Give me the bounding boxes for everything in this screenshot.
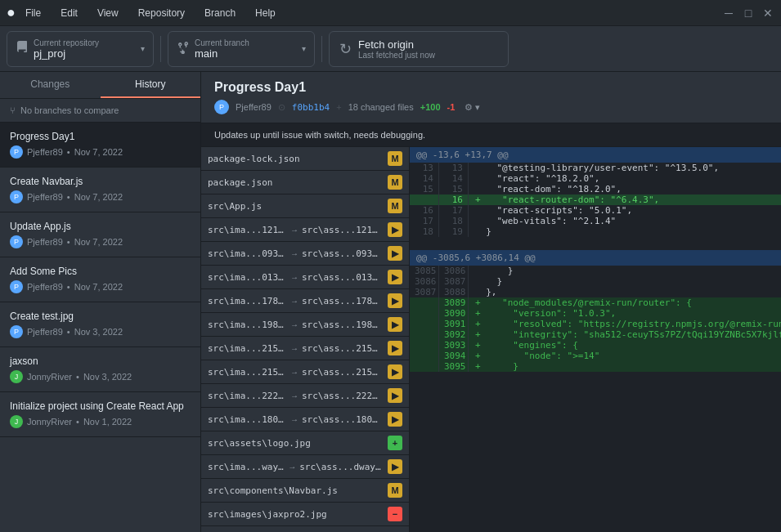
diff-new-num-12: 3091 — [439, 319, 469, 329]
file-item-2[interactable]: src\App.js M — [201, 194, 409, 218]
file-item-12[interactable]: src\assets\logo.jpg + — [201, 431, 409, 455]
file-left-9: src\ima...2157j... — [208, 367, 287, 378]
maximize-button[interactable]: □ — [742, 7, 755, 20]
diff-new-num-16: 3095 — [439, 361, 469, 372]
fetch-origin-button[interactable]: ↻ Fetch origin Last fetched just now — [329, 31, 509, 67]
diff-line-12: 3091 + "resolved": "https://registry.npm… — [410, 319, 781, 329]
commit-item-6[interactable]: Initialize project using Create React Ap… — [0, 392, 200, 437]
file-arrow-3: → — [290, 226, 298, 235]
commit-title-5: jaxson — [10, 355, 191, 367]
file-item-15[interactable]: src\images\jaxpro2.jpg − — [201, 503, 409, 526]
diff-new-num-13: 3092 — [439, 329, 469, 340]
tab-changes[interactable]: Changes — [0, 72, 101, 98]
menu-view[interactable]: View — [94, 6, 122, 20]
file-left-10: src\ima...2228j... — [208, 391, 287, 401]
diff-content-1: "react": "^18.2.0", — [469, 173, 781, 184]
menu-repository[interactable]: Repository — [135, 6, 188, 20]
diff-new-num-5: 18 — [439, 216, 469, 226]
menu-help[interactable]: Help — [252, 6, 279, 20]
diff-content-3: + "react-router-dom": "^6.4.3", — [469, 194, 781, 205]
file-item-4[interactable]: src\ima...0938j... → src\ass...0938j... … — [201, 242, 409, 266]
file-item-0[interactable]: package-lock.json M — [201, 147, 409, 171]
diff-new-num-10: 3089 — [439, 297, 469, 308]
file-badge-12: + — [388, 436, 402, 450]
diff-old-num-15 — [410, 351, 439, 361]
file-item-10[interactable]: src\ima...2228j... → src\ass...2228j... … — [201, 384, 409, 408]
branch-value: main — [195, 47, 249, 60]
commit-date-1: Nov 7, 2022 — [74, 192, 123, 202]
file-item-14[interactable]: src\components\Navbar.js M — [201, 479, 409, 503]
file-item-7[interactable]: src\ima...1981j... → src\ass...1981j... … — [201, 313, 409, 337]
file-badge-8: ▶ — [388, 341, 402, 355]
file-arrow-5: → — [290, 273, 298, 282]
file-arrow-6: → — [290, 297, 298, 306]
diff-content-8: } — [469, 276, 781, 287]
file-badge-10: ▶ — [388, 388, 402, 403]
diff-old-num-0: 13 — [410, 163, 439, 173]
file-badge-1: M — [388, 175, 402, 190]
file-name-0: package-lock.json — [208, 154, 384, 164]
file-item-9[interactable]: src\ima...2157j... → src\ass...2157j... … — [201, 360, 409, 384]
file-right-10: src\ass...2228j... — [302, 391, 381, 401]
commit-date-6: Nov 1, 2022 — [83, 417, 132, 427]
diff-old-num-7: 3085 — [410, 266, 439, 276]
menu-branch[interactable]: Branch — [201, 6, 239, 20]
file-item-13[interactable]: src\ima...way.jpg → src\ass...dway.jpg ▶ — [201, 455, 409, 479]
file-item-5[interactable]: src\ima...0138j... → src\ass...0138j... … — [201, 266, 409, 289]
diff-line-13: 3092 + "integrity": "sha512-ceuyTSs7PZ/t… — [410, 329, 781, 340]
close-button[interactable]: ✕ — [761, 7, 774, 20]
file-badge-14: M — [388, 483, 402, 498]
diff-new-num-7: 3086 — [439, 266, 469, 276]
commit-title-6: Initialize project using Create React Ap… — [10, 400, 191, 412]
branch-selector[interactable]: Current branch main ▾ — [168, 31, 315, 67]
file-left-7: src\ima...1981j... — [208, 320, 287, 330]
branch-icon — [177, 41, 190, 56]
fetch-subtitle: Last fetched just now — [358, 51, 435, 60]
repo-label: Current repository — [34, 38, 99, 47]
commit-item-5[interactable]: jaxson J JonnyRiver • Nov 3, 2022 — [0, 347, 200, 392]
menu-edit[interactable]: Edit — [57, 6, 81, 20]
commit-item-4[interactable]: Create test.jpg P Pjeffer89 • Nov 3, 202… — [0, 302, 200, 347]
file-item-3[interactable]: src\ima...1214j... → src\ass...1214j... … — [201, 218, 409, 242]
diff-content-2: "react-dom": "^18.2.0", — [469, 184, 781, 194]
diff-content-14: + "engines": { — [469, 340, 781, 351]
commit-item-2[interactable]: Update App.js P Pjeffer89 • Nov 7, 2022 — [0, 212, 200, 257]
menu-file[interactable]: File — [22, 6, 44, 20]
file-badge-0: M — [388, 151, 402, 166]
diff-old-num-3 — [410, 194, 439, 205]
commit-detail-hash[interactable]: f0bb1b4 — [292, 102, 330, 113]
file-item-6[interactable]: src\ima...1780j... → src\ass...1780j... … — [201, 289, 409, 313]
diff-line-2: 15 15 "react-dom": "^18.2.0", — [410, 184, 781, 194]
diff-new-num-2: 15 — [439, 184, 469, 194]
branch-chevron-icon: ▾ — [302, 44, 306, 53]
commit-item-1[interactable]: Create Navbar.js P Pjeffer89 • Nov 7, 20… — [0, 168, 200, 212]
diff-line-6: 18 19 } — [410, 226, 781, 237]
repo-selector[interactable]: Current repository pj_proj ▾ — [7, 31, 154, 67]
commit-title-1: Create Navbar.js — [10, 176, 191, 187]
commit-header-title: Progress Day1 — [214, 80, 768, 95]
diff-content-5: "web-vitals": "^2.1.4" — [469, 216, 781, 226]
diff-line-0: 13 13 "@testing-library/user-event": "^1… — [410, 163, 781, 173]
tab-history[interactable]: History — [101, 72, 201, 98]
minimize-button[interactable]: ─ — [722, 7, 735, 20]
file-item-1[interactable]: package.json M — [201, 171, 409, 194]
toolbar-divider-2 — [321, 36, 322, 62]
diff-line-9: 3087 3088 }, — [410, 287, 781, 297]
diff-old-num-10 — [410, 297, 439, 308]
file-arrow-13: → — [288, 463, 296, 472]
file-item-11[interactable]: src\ima...1809j... → src\ass...1809j... … — [201, 408, 409, 431]
settings-icon[interactable]: ⚙ ▾ — [465, 102, 480, 113]
commit-date-5: Nov 3, 2022 — [83, 372, 132, 382]
file-badge-3: ▶ — [388, 222, 402, 237]
diff-line-5: 17 18 "web-vitals": "^2.1.4" — [410, 216, 781, 226]
menu-bar: File Edit View Repository Branch Help — [22, 6, 279, 20]
file-right-8: src\ass...2154j... — [302, 343, 381, 354]
file-item-8[interactable]: src\ima...2154j... → src\ass...2154j... … — [201, 337, 409, 360]
file-right-7: src\ass...1981j... — [302, 320, 381, 330]
commit-item-0[interactable]: Progress Day1 P Pjeffer89 • Nov 7, 2022 — [0, 123, 200, 168]
file-right-5: src\ass...0138j... — [302, 272, 381, 283]
commit-title-2: Update App.js — [10, 221, 191, 232]
diff-view[interactable]: @@ -13,6 +13,7 @@ 13 13 "@testing-librar… — [410, 147, 781, 532]
branch-label: Current branch — [195, 38, 249, 47]
commit-item-3[interactable]: Add Some Pics P Pjeffer89 • Nov 7, 2022 — [0, 257, 200, 302]
